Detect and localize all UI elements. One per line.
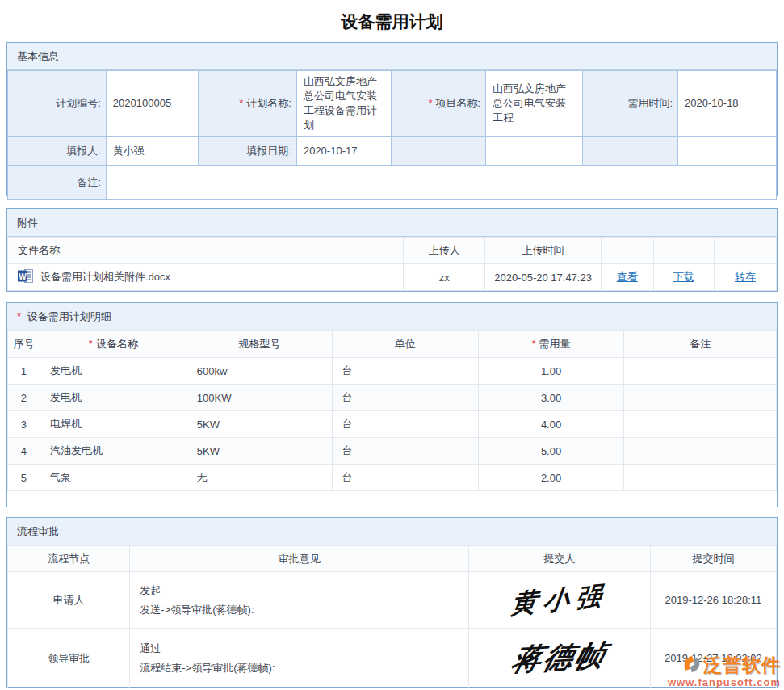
need-time-value: 2020-10-18 xyxy=(678,71,777,137)
detail-spec: 5KW xyxy=(187,438,332,465)
filler-label: 填报人: xyxy=(8,137,107,166)
detail-remark xyxy=(624,358,777,385)
approval-node: 领导审批 xyxy=(8,629,130,688)
required-asterisk: * xyxy=(17,310,21,322)
col-header-qty: *需用量 xyxy=(478,331,624,358)
need-time-label: 需用时间: xyxy=(583,71,678,137)
detail-seq: 3 xyxy=(8,411,40,438)
detail-unit: 台 xyxy=(332,358,478,385)
detail-spec: 5KW xyxy=(187,411,332,438)
empty-label-cell xyxy=(583,137,678,166)
detail-name: 气泵 xyxy=(40,465,187,491)
approval-panel: 流程审批 流程节点 审批意见 提交人 提交时间 申请人 发起 发送->领导审批(… xyxy=(6,517,778,688)
approval-signature-cell: 黄小强 xyxy=(469,572,651,629)
required-asterisk: * xyxy=(89,338,93,350)
basic-info-panel: 基本信息 计划编号: 2020100005 *计划名称: 山西弘文房地产总公司电… xyxy=(6,42,778,196)
detail-row: 5 气泵 无 台 2.00 xyxy=(8,465,777,491)
detail-spec: 无 xyxy=(187,465,332,491)
col-header-file-name: 文件名称 xyxy=(8,238,404,264)
signature-image: 蒋德帧 xyxy=(507,636,612,681)
detail-unit: 台 xyxy=(332,438,478,465)
detail-section-title-text: 设备需用计划明细 xyxy=(27,310,111,322)
detail-name: 发电机 xyxy=(40,385,187,411)
attachments-section-title: 附件 xyxy=(7,209,777,237)
detail-remark xyxy=(624,411,777,438)
detail-qty: 2.00 xyxy=(478,465,624,491)
approval-row: 领导审批 通过 流程结束->领导审批(蒋德帧): 蒋德帧 2019-12-27 … xyxy=(8,629,777,688)
required-asterisk: * xyxy=(239,97,243,109)
approval-opinion: 通过 流程结束->领导审批(蒋德帧): xyxy=(130,629,469,688)
detail-remark xyxy=(624,465,777,491)
col-header-flow-node: 流程节点 xyxy=(8,546,130,572)
detail-unit: 台 xyxy=(332,385,478,411)
svg-text:W: W xyxy=(19,272,27,281)
approval-table: 流程节点 审批意见 提交人 提交时间 申请人 发起 发送->领导审批(蒋德帧):… xyxy=(7,545,777,688)
col-header-uploader: 上传人 xyxy=(404,238,485,264)
fill-date-value: 2020-10-17 xyxy=(296,137,391,166)
col-header-remark: 备注 xyxy=(624,331,777,358)
basic-info-table: 计划编号: 2020100005 *计划名称: 山西弘文房地产总公司电气安装工程… xyxy=(7,70,777,200)
approval-submit-time: 2019-12-26 18:28:11 xyxy=(650,572,776,629)
required-asterisk: * xyxy=(532,338,536,350)
col-header-seq: 序号 xyxy=(8,331,40,358)
signature-image: 黄小强 xyxy=(509,578,610,622)
col-header-submit-time: 提交时间 xyxy=(650,546,776,572)
detail-seq: 1 xyxy=(8,358,40,385)
col-header-approval-opinion: 审批意见 xyxy=(130,546,469,572)
approval-signature-cell: 蒋德帧 xyxy=(469,629,651,688)
project-name-label: *项目名称: xyxy=(392,71,486,137)
word-file-icon: W xyxy=(18,269,34,285)
basic-info-section-title-text: 基本信息 xyxy=(17,50,59,62)
plan-no-value: 2020100005 xyxy=(106,71,198,137)
approval-opinion-line: 发起 xyxy=(140,581,463,600)
attachment-uploader: zx xyxy=(404,264,485,291)
detail-name: 汽油发电机 xyxy=(40,438,187,465)
view-link[interactable]: 查看 xyxy=(617,271,638,283)
approval-opinion-line: 通过 xyxy=(140,639,463,658)
detail-unit: 台 xyxy=(332,465,478,491)
detail-row: 4 汽油发电机 5KW 台 5.00 xyxy=(8,438,777,465)
attachments-panel: 附件 文件名称 上传人 上传时间 xyxy=(6,208,778,292)
detail-seq: 4 xyxy=(8,438,40,465)
approval-node: 申请人 xyxy=(8,572,130,629)
col-header-upload-time: 上传时间 xyxy=(485,238,602,264)
col-header-submitter: 提交人 xyxy=(469,546,651,572)
fill-date-label: 填报日期: xyxy=(199,137,297,166)
plan-no-label: 计划编号: xyxy=(8,71,107,137)
detail-qty: 1.00 xyxy=(478,358,624,385)
empty-value-cell xyxy=(678,137,777,166)
save-as-link[interactable]: 转存 xyxy=(735,271,756,283)
attachments-table: 文件名称 上传人 上传时间 xyxy=(7,237,777,291)
attachment-row: W 设备需用计划相关附件.docx zx 2020-05-20 17:47:23… xyxy=(8,264,777,291)
detail-section-title: * 设备需用计划明细 xyxy=(7,303,777,330)
detail-qty: 5.00 xyxy=(478,438,624,465)
attachment-file-name: 设备需用计划相关附件.docx xyxy=(40,270,170,284)
approval-submit-time: 2019-12-27 12:02:02 xyxy=(650,629,776,688)
detail-remark xyxy=(624,438,777,465)
detail-row: 1 发电机 600kw 台 1.00 xyxy=(8,358,777,385)
detail-name: 电焊机 xyxy=(40,411,187,438)
attachments-section-title-text: 附件 xyxy=(17,217,38,229)
detail-table: 序号 *设备名称 规格型号 单位 *需用量 备注 1 发电机 600kw 台 1… xyxy=(7,330,777,491)
detail-remark xyxy=(624,385,777,411)
basic-info-section-title: 基本信息 xyxy=(7,43,777,70)
col-header-action-3 xyxy=(714,238,776,264)
approval-opinion-line: 发送->领导审批(蒋德帧): xyxy=(140,600,463,620)
detail-qty: 4.00 xyxy=(478,411,624,438)
detail-seq: 5 xyxy=(8,465,40,491)
remark-label: 备注: xyxy=(8,166,107,200)
detail-spec: 100KW xyxy=(187,385,332,411)
empty-label-cell xyxy=(392,137,486,166)
remark-value xyxy=(106,166,776,200)
filler-value: 黄小强 xyxy=(106,137,198,166)
detail-row: 2 发电机 100KW 台 3.00 xyxy=(8,385,777,411)
col-header-action-1 xyxy=(601,238,653,264)
detail-spec: 600kw xyxy=(187,358,332,385)
attachment-file-cell: W 设备需用计划相关附件.docx xyxy=(8,264,404,291)
attachment-upload-time: 2020-05-20 17:47:23 xyxy=(485,264,602,291)
required-asterisk: * xyxy=(428,97,432,109)
detail-qty: 3.00 xyxy=(478,385,624,411)
empty-value-cell xyxy=(486,137,583,166)
download-link[interactable]: 下载 xyxy=(673,271,694,283)
plan-name-value: 山西弘文房地产总公司电气安装工程设备需用计划 xyxy=(296,71,391,137)
